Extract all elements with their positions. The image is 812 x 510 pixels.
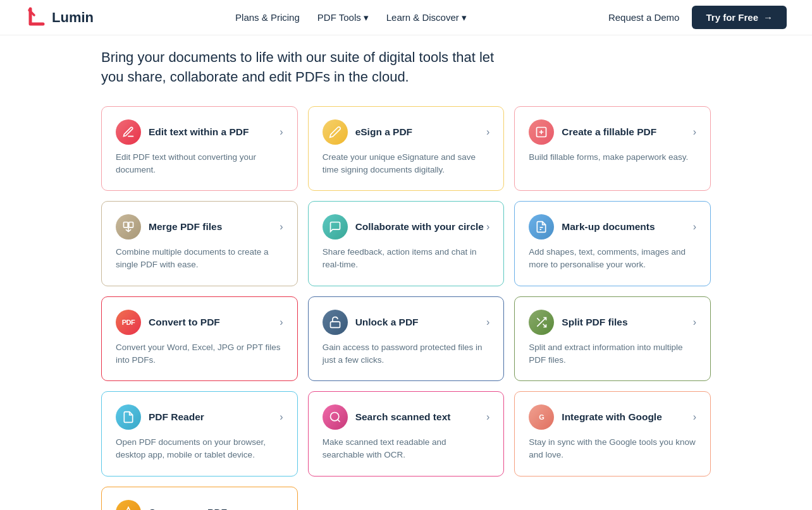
card-description: Stay in sync with the Google tools you k… — [529, 436, 696, 462]
tool-card[interactable]: PDF Reader › Open PDF documents on your … — [101, 391, 298, 477]
card-header: Compress a PDF › — [116, 500, 283, 510]
card-title: Split PDF files — [562, 317, 627, 328]
card-icon: PDF — [116, 310, 141, 335]
card-icon — [116, 500, 141, 510]
logo-icon — [25, 6, 48, 29]
card-title-group: Merge PDF files — [116, 214, 222, 240]
nav-plans-pricing[interactable]: Plans & Pricing — [235, 12, 300, 23]
card-icon — [529, 310, 554, 335]
nav-right: Request a Demo Try for Free → — [608, 6, 787, 29]
card-header: Split PDF files › — [529, 310, 696, 335]
card-title-group: Compress a PDF — [116, 500, 227, 510]
card-icon — [116, 404, 141, 430]
card-icon — [529, 119, 554, 145]
card-header: Collaborate with your circle › — [323, 214, 490, 240]
card-title-group: PDF Reader — [116, 404, 204, 430]
card-title-group: PDF Convert to PDF — [116, 310, 220, 335]
tools-grid: Edit text within a PDF › Edit PDF text w… — [101, 106, 711, 510]
tool-card[interactable]: Split PDF files › Split and extract info… — [514, 296, 711, 382]
chevron-right-icon: › — [693, 411, 696, 423]
card-title: Mark-up documents — [562, 221, 655, 233]
svg-line-7 — [338, 420, 340, 422]
card-title-group: Edit text within a PDF — [116, 119, 249, 145]
card-title: Merge PDF files — [149, 221, 222, 233]
card-icon: G — [529, 404, 554, 430]
card-title: Create a fillable PDF — [562, 126, 656, 138]
card-description: Gain access to password protected files … — [323, 341, 490, 367]
card-icon — [323, 214, 348, 240]
main-content: Bring your documents to life with our su… — [0, 35, 812, 510]
tool-card[interactable]: Collaborate with your circle › Share fee… — [308, 201, 505, 286]
card-icon — [323, 404, 348, 430]
navbar: Lumin Plans & Pricing PDF Tools ▾ Learn … — [0, 0, 812, 35]
card-title: Search scanned text — [355, 411, 451, 423]
card-description: Share feedback, action items and chat in… — [323, 246, 490, 272]
card-description: Make scanned text readable and searchabl… — [323, 436, 490, 462]
chevron-right-icon: › — [486, 411, 489, 423]
try-free-button[interactable]: Try for Free → — [692, 6, 787, 29]
card-description: Open PDF documents on your browser, desk… — [116, 436, 283, 462]
card-title-group: G Integrate with Google — [529, 404, 661, 430]
svg-point-6 — [330, 413, 338, 421]
svg-rect-5 — [330, 322, 340, 327]
card-header: Unlock a PDF › — [323, 310, 490, 335]
nav-pdf-tools[interactable]: PDF Tools ▾ — [317, 12, 369, 23]
card-description: Add shapes, text, comments, images and m… — [529, 246, 696, 272]
chevron-down-icon: ▾ — [364, 12, 369, 23]
card-icon — [529, 214, 554, 240]
card-header: eSign a PDF › — [323, 119, 490, 145]
card-description: Create your unique eSignature and save t… — [323, 151, 490, 177]
tool-card[interactable]: Search scanned text › Make scanned text … — [308, 391, 505, 477]
card-title: Collaborate with your circle — [355, 221, 484, 233]
tool-card[interactable]: Edit text within a PDF › Edit PDF text w… — [101, 106, 298, 191]
tool-card[interactable]: eSign a PDF › Create your unique eSignat… — [308, 106, 505, 191]
chevron-right-icon: › — [280, 317, 283, 328]
card-header: PDF Reader › — [116, 404, 283, 430]
tool-card[interactable]: G Integrate with Google › Stay in sync w… — [514, 391, 711, 477]
card-title-group: eSign a PDF — [323, 119, 412, 145]
card-description: Split and extract information into multi… — [529, 341, 696, 367]
card-title: Compress a PDF — [149, 507, 227, 510]
nav-learn-discover[interactable]: Learn & Discover ▾ — [386, 12, 467, 23]
logo[interactable]: Lumin — [25, 6, 94, 29]
chevron-right-icon: › — [280, 221, 283, 233]
tool-card[interactable]: Compress a PDF › Reduce the size of your… — [101, 487, 298, 510]
card-title-group: Search scanned text — [323, 404, 451, 430]
tool-card[interactable]: PDF Convert to PDF › Convert your Word, … — [101, 296, 298, 382]
card-header: Merge PDF files › — [116, 214, 283, 240]
logo-text: Lumin — [52, 9, 94, 26]
tool-card[interactable]: Unlock a PDF › Gain access to password p… — [308, 296, 505, 382]
card-description: Convert your Word, Excel, JPG or PPT fil… — [116, 341, 283, 367]
chevron-right-icon: › — [280, 507, 283, 510]
card-title: Convert to PDF — [149, 317, 220, 328]
card-icon — [116, 119, 141, 145]
card-title-group: Split PDF files — [529, 310, 627, 335]
svg-rect-2 — [129, 222, 133, 228]
chevron-right-icon: › — [486, 126, 489, 138]
chevron-right-icon: › — [486, 221, 489, 233]
card-title: Unlock a PDF — [355, 317, 419, 328]
svg-rect-1 — [124, 222, 128, 228]
card-title-group: Collaborate with your circle — [323, 214, 484, 240]
card-description: Combine multiple documents to create a s… — [116, 246, 283, 272]
card-description: Edit PDF text without converting your do… — [116, 151, 283, 177]
card-title-group: Unlock a PDF — [323, 310, 419, 335]
arrow-right-icon: → — [763, 12, 773, 23]
nav-links: Plans & Pricing PDF Tools ▾ Learn & Disc… — [235, 12, 467, 23]
svg-marker-8 — [123, 507, 134, 510]
card-header: PDF Convert to PDF › — [116, 310, 283, 335]
card-title: PDF Reader — [149, 411, 204, 423]
chevron-down-icon: ▾ — [462, 12, 467, 23]
card-title-group: Mark-up documents — [529, 214, 655, 240]
chevron-right-icon: › — [486, 317, 489, 328]
tool-card[interactable]: Create a fillable PDF › Build fillable f… — [514, 106, 711, 191]
card-icon — [116, 214, 141, 240]
chevron-right-icon: › — [280, 411, 283, 423]
tool-card[interactable]: Mark-up documents › Add shapes, text, co… — [514, 201, 711, 286]
request-demo-link[interactable]: Request a Demo — [608, 12, 680, 23]
card-header: G Integrate with Google › — [529, 404, 696, 430]
card-header: Create a fillable PDF › — [529, 119, 696, 145]
chevron-right-icon: › — [693, 317, 696, 328]
card-header: Edit text within a PDF › — [116, 119, 283, 145]
tool-card[interactable]: Merge PDF files › Combine multiple docum… — [101, 201, 298, 286]
